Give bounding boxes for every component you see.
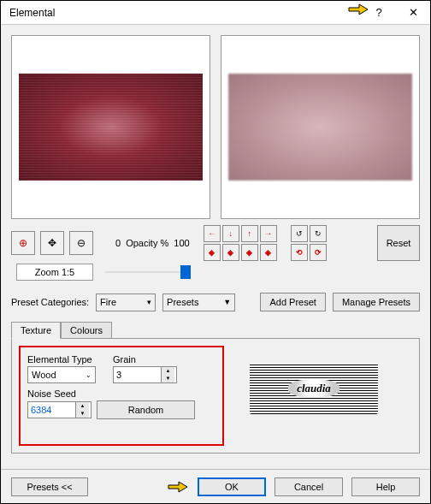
cancel-button[interactable]: Cancel [275, 477, 343, 496]
move-icon: ✥ [48, 237, 56, 249]
tab-colours[interactable]: Colours [61, 322, 112, 339]
elemental-dialog: Elemental ? ✕ ⊕ ✥ ⊖ 0 Opacity % 100 ← ↓ [0, 0, 431, 504]
preview-result [221, 35, 420, 219]
grain-spinner[interactable]: ▲▼ [113, 366, 177, 383]
chevron-down-icon: ▾ [147, 298, 151, 306]
preview-result-image [228, 74, 413, 181]
arrow-left-icon: ← [208, 229, 216, 238]
zoom-in-button[interactable]: ⊕ [11, 231, 35, 255]
nudge-grid: ← ↓ ↑ → ◈ ◈ ◈ ◈ [204, 225, 277, 261]
slider-thumb[interactable] [180, 265, 191, 279]
dialog-footer: Presets << OK Cancel Help [1, 469, 430, 503]
nudge-alt3-button[interactable]: ◈ [241, 244, 258, 261]
diamond-icon: ◈ [227, 248, 233, 257]
zoom-in-icon: ⊕ [19, 237, 27, 249]
nudge-alt2-button[interactable]: ◈ [222, 244, 239, 261]
presets-footer-button[interactable]: Presets << [11, 477, 88, 496]
add-preset-button[interactable]: Add Preset [260, 293, 325, 311]
rotate-grid: ↺ ↻ ⟲ ⟳ [291, 225, 327, 261]
noise-seed-input[interactable] [28, 405, 75, 415]
reset-button[interactable]: Reset [377, 225, 420, 261]
presets-combo-label: Presets [167, 297, 198, 307]
opacity-label: Opacity % [126, 238, 168, 248]
zoom-out-button[interactable]: ⊖ [69, 231, 93, 255]
spin-up-icon[interactable]: ▲ [76, 402, 89, 410]
brand-logo-text: claudia [288, 379, 339, 398]
grain-label: Grain [113, 354, 177, 365]
highlight-box: Elemental Type Wood ⌄ Grain ▲▼ [19, 346, 224, 446]
opacity-slider[interactable] [105, 265, 191, 279]
rotate-ccw-icon: ↺ [296, 229, 303, 238]
preset-categories-label: Preset Categories: [11, 297, 89, 307]
preview-original [11, 35, 210, 219]
chevron-down-icon: ⌄ [86, 371, 92, 379]
elemental-type-label: Elemental Type [27, 354, 96, 365]
pointer-cursor-reset [347, 0, 369, 20]
flip-h-button[interactable]: ⟲ [291, 244, 308, 261]
arrow-right-icon: → [264, 229, 272, 238]
preview-original-image [19, 74, 204, 181]
diamond-icon: ◈ [246, 248, 252, 257]
nudge-left-button[interactable]: ← [204, 225, 221, 242]
noise-seed-label: Noise Seed [27, 388, 216, 399]
presets-combo[interactable]: Presets ▼ [162, 294, 235, 311]
flip-h-icon: ⟲ [296, 248, 303, 257]
arrow-up-icon: ↑ [247, 229, 251, 238]
nudge-down-button[interactable]: ↓ [222, 225, 239, 242]
opacity-value: 100 [174, 238, 189, 248]
flip-v-button[interactable]: ⟳ [310, 244, 327, 261]
nudge-up-button[interactable]: ↑ [241, 225, 258, 242]
opacity-min: 0 [115, 238, 121, 248]
help-button[interactable]: Help [351, 477, 420, 496]
ok-button[interactable]: OK [198, 477, 266, 496]
arrow-down-icon: ↓ [228, 229, 233, 238]
window-title: Elemental [9, 7, 362, 19]
spin-down-icon[interactable]: ▼ [76, 410, 89, 418]
zoom-display[interactable]: Zoom 1:5 [16, 264, 93, 281]
zoom-out-icon: ⊖ [77, 237, 86, 249]
brand-logo: claudia [250, 363, 378, 414]
random-button[interactable]: Random [97, 400, 195, 419]
grain-input[interactable] [114, 370, 161, 380]
rotate-cw-button[interactable]: ↻ [310, 225, 327, 242]
pan-button[interactable]: ✥ [40, 231, 64, 255]
flip-v-icon: ⟳ [315, 248, 322, 257]
pointer-cursor-ok [167, 477, 189, 497]
elemental-type-value: Wood [32, 370, 56, 380]
close-button[interactable]: ✕ [396, 1, 430, 25]
diamond-icon: ◈ [209, 248, 215, 257]
preset-category-combo[interactable]: Fire ▾ [96, 294, 156, 311]
manage-presets-button[interactable]: Manage Presets [333, 293, 420, 311]
texture-panel: Elemental Type Wood ⌄ Grain ▲▼ [11, 338, 420, 454]
triangle-down-icon: ▼ [223, 298, 231, 306]
preset-category-value: Fire [100, 297, 116, 307]
spin-down-icon[interactable]: ▼ [162, 375, 174, 382]
tab-texture[interactable]: Texture [11, 322, 61, 339]
rotate-cw-icon: ↻ [315, 229, 322, 238]
diamond-icon: ◈ [265, 248, 271, 257]
rotate-ccw-button[interactable]: ↺ [291, 225, 308, 242]
nudge-right-button[interactable]: → [260, 225, 277, 242]
nudge-alt1-button[interactable]: ◈ [204, 244, 221, 261]
noise-seed-spinner[interactable]: ▲▼ [27, 401, 92, 418]
nudge-alt4-button[interactable]: ◈ [260, 244, 277, 261]
elemental-type-dropdown[interactable]: Wood ⌄ [27, 366, 96, 383]
spin-up-icon[interactable]: ▲ [162, 367, 174, 375]
